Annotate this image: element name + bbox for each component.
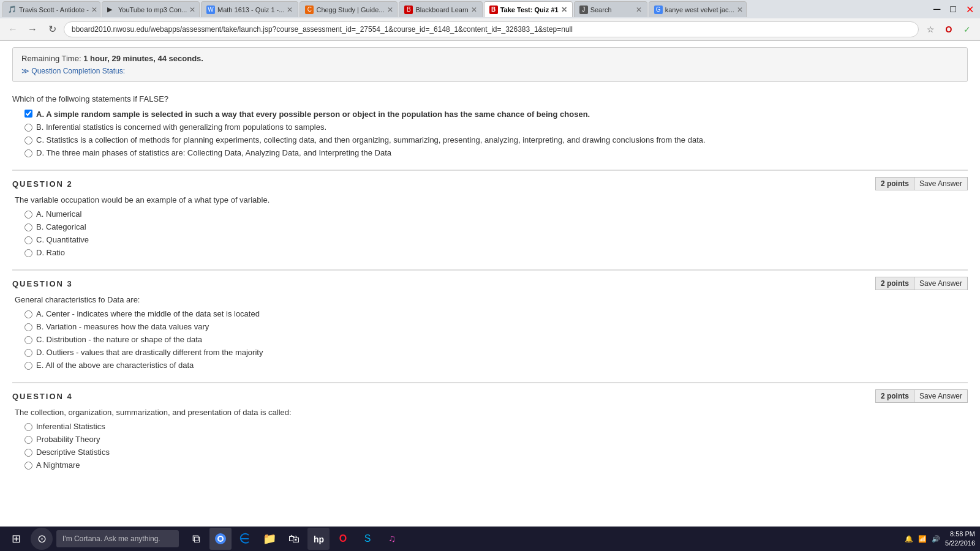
question3-radio-c[interactable]: [24, 336, 32, 344]
tab-close-5[interactable]: ✕: [471, 6, 477, 14]
chrome-taskbar[interactable]: [209, 528, 232, 550]
extension-button[interactable]: ✓: [959, 21, 975, 37]
tab-close-1[interactable]: ✕: [91, 6, 97, 14]
question4-save-btn[interactable]: Save Answer: [914, 389, 968, 403]
tab-close-2[interactable]: ✕: [189, 6, 195, 14]
taskbar-right: 🔔 📶 🔊 8:58 PM 5/22/2016: [905, 530, 975, 549]
question2-points: 2 points: [875, 177, 914, 190]
question2-option-c[interactable]: C. Quantitative: [24, 235, 968, 244]
tab-favicon-5: B: [404, 6, 413, 14]
store-taskbar[interactable]: 🛍: [283, 528, 305, 550]
explorer-taskbar[interactable]: 📁: [258, 528, 281, 550]
tab-close-8[interactable]: ✕: [737, 6, 743, 14]
svg-text:hp: hp: [314, 534, 324, 544]
tab-chegg[interactable]: C Chegg Study | Guide... ✕: [300, 1, 398, 17]
questions-area: Which of the follwoing statements if FAL…: [0, 88, 980, 485]
taskbar-network-icon: 📶: [918, 535, 927, 543]
tab-math1613[interactable]: W Math 1613 - Quiz 1 -... ✕: [201, 1, 298, 17]
question2-block: QUESTION 2 2 points Save Answer The vari…: [12, 170, 968, 257]
question4-radio-b[interactable]: [24, 436, 32, 444]
question3-label-d: D. Outliers - values that are drasticall…: [36, 348, 263, 357]
question1-option-a[interactable]: A. A simple random sample is selected in…: [24, 110, 968, 119]
tab-travis-scott[interactable]: 🎵 Travis Scott - Antidote - ✕: [2, 1, 100, 17]
question1-option-c[interactable]: C. Statistics is a collection of methods…: [24, 135, 968, 144]
completion-status[interactable]: Question Completion Status:: [21, 67, 959, 75]
forward-button[interactable]: →: [24, 21, 40, 37]
timer-box: Remaining Time: 1 hour, 29 minutes, 44 s…: [12, 47, 968, 82]
question2-radio-a[interactable]: [24, 211, 32, 219]
question3-label-b: B. Variation - measures how the data val…: [36, 322, 209, 331]
question2-radio-b[interactable]: [24, 223, 32, 231]
question1-label-a: A. A simple random sample is selected in…: [36, 110, 590, 119]
close-btn[interactable]: ✕: [962, 4, 978, 15]
question4-radio-a[interactable]: [24, 423, 32, 431]
tab-close-3[interactable]: ✕: [287, 6, 293, 14]
skype-taskbar[interactable]: S: [356, 528, 379, 550]
tab-bar: 🎵 Travis Scott - Antidote - ✕ ▶ YouTube …: [0, 0, 980, 18]
address-bar[interactable]: [64, 21, 919, 37]
timer-text: Remaining Time: 1 hour, 29 minutes, 44 s…: [21, 54, 959, 63]
tab-close-6[interactable]: ✕: [561, 6, 567, 14]
tab-favicon-3: W: [206, 6, 215, 14]
question1-radio-a[interactable]: [24, 110, 32, 118]
question3-radio-d[interactable]: [24, 349, 32, 357]
question3-option-e[interactable]: E. All of the above are characteristics …: [24, 361, 968, 370]
question3-save-btn[interactable]: Save Answer: [914, 277, 968, 290]
question4-option-c[interactable]: Descriptive Statistics: [24, 448, 968, 457]
question3-radio-a[interactable]: [24, 310, 32, 318]
edge-taskbar[interactable]: [234, 528, 256, 550]
question3-option-d[interactable]: D. Outliers - values that are drasticall…: [24, 348, 968, 357]
question1-label-d: D. The three main phases of statistics a…: [36, 148, 391, 157]
question3-radio-e[interactable]: [24, 362, 32, 370]
tab-close-4[interactable]: ✕: [387, 6, 393, 14]
question2-radio-d[interactable]: [24, 249, 32, 257]
question4-label-c: Descriptive Statistics: [36, 448, 110, 457]
tab-label-2: YouTube to mp3 Con...: [118, 6, 187, 13]
question1-option-b[interactable]: B. Inferential statistics is concerned w…: [24, 122, 968, 132]
tab-search[interactable]: J Search ✕: [574, 1, 647, 17]
question3-option-c[interactable]: C. Distribution - the nature or shape of…: [24, 335, 968, 344]
question4-option-d[interactable]: A Nightmare: [24, 460, 968, 470]
question4-points-area: 2 points Save Answer: [875, 389, 968, 403]
question1-radio-d[interactable]: [24, 149, 32, 157]
question2-title: QUESTION 2: [12, 179, 73, 189]
maximize-btn[interactable]: □: [946, 4, 960, 15]
question2-save-btn[interactable]: Save Answer: [914, 177, 968, 190]
opera-button[interactable]: O: [941, 21, 957, 37]
question3-option-b[interactable]: B. Variation - measures how the data val…: [24, 322, 968, 331]
opera-taskbar[interactable]: O: [332, 528, 354, 550]
question2-option-d[interactable]: D. Ratio: [24, 248, 968, 257]
tab-kanye[interactable]: G kanye west velvet jac... ✕: [649, 1, 747, 17]
tab-take-test[interactable]: B Take Test: Quiz #1 ✕: [484, 1, 573, 17]
question4-points: 2 points: [875, 389, 914, 403]
tab-close-7[interactable]: ✕: [636, 6, 642, 14]
question1-radio-c[interactable]: [24, 137, 32, 144]
refresh-button[interactable]: ↻: [44, 21, 60, 37]
question2-option-b[interactable]: B. Categorical: [24, 222, 968, 231]
minimize-btn[interactable]: ─: [930, 4, 944, 15]
tab-blackboard-learn[interactable]: B Blackboard Learn ✕: [399, 1, 482, 17]
hp-taskbar[interactable]: hp: [307, 528, 330, 550]
start-button[interactable]: ⊞: [5, 528, 27, 550]
bookmark-button[interactable]: ☆: [922, 21, 938, 37]
cortana-icon[interactable]: ⊙: [31, 528, 53, 550]
question3-label-a: A. Center - indicates where the middle o…: [36, 309, 260, 318]
question2-option-a[interactable]: A. Numerical: [24, 209, 968, 219]
question4-option-b[interactable]: Probability Theory: [24, 435, 968, 444]
question1-label-b: B. Inferential statistics is concerned w…: [36, 122, 326, 132]
tab-youtube-mp3[interactable]: ▶ YouTube to mp3 Con... ✕: [102, 1, 200, 17]
question4-radio-c[interactable]: [24, 449, 32, 457]
task-view-btn[interactable]: ⧉: [185, 528, 207, 550]
itunes-taskbar[interactable]: ♫: [381, 528, 403, 550]
question3-radio-b[interactable]: [24, 323, 32, 331]
question1-radio-b[interactable]: [24, 124, 32, 132]
question1-option-d[interactable]: D. The three main phases of statistics a…: [24, 148, 968, 157]
question4-radio-d[interactable]: [24, 462, 32, 470]
question2-label-d: D. Ratio: [36, 248, 65, 257]
question2-radio-c[interactable]: [24, 236, 32, 244]
question3-option-a[interactable]: A. Center - indicates where the middle o…: [24, 309, 968, 318]
cortana-search[interactable]: [56, 530, 179, 547]
tab-label-4: Chegg Study | Guide...: [316, 6, 384, 13]
question4-option-a[interactable]: Inferential Statistics: [24, 422, 968, 431]
back-button[interactable]: ←: [5, 21, 21, 37]
